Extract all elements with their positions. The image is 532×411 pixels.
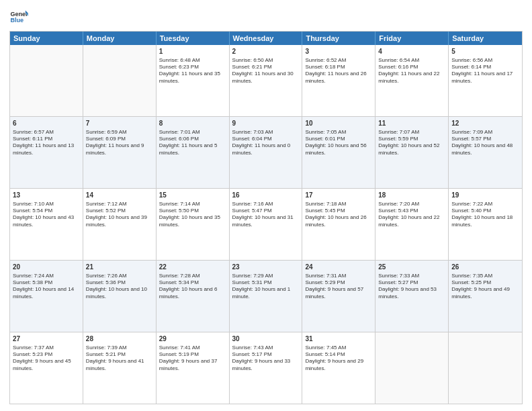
day-number: 8 bbox=[159, 119, 226, 128]
day-info: Sunrise: 6:52 AMSunset: 6:18 PMDaylight:… bbox=[305, 57, 372, 85]
calendar-body: 1Sunrise: 6:48 AMSunset: 6:23 PMDaylight… bbox=[10, 45, 522, 404]
day-number: 29 bbox=[159, 334, 226, 344]
day-cell-1: 1Sunrise: 6:48 AMSunset: 6:23 PMDaylight… bbox=[157, 45, 230, 116]
day-cell-12: 12Sunrise: 7:09 AMSunset: 5:57 PMDayligh… bbox=[449, 117, 522, 188]
day-cell-8: 8Sunrise: 7:01 AMSunset: 6:06 PMDaylight… bbox=[157, 117, 230, 188]
day-number: 14 bbox=[86, 191, 153, 200]
day-cell-30: 30Sunrise: 7:43 AMSunset: 5:17 PMDayligh… bbox=[230, 332, 303, 404]
day-number: 28 bbox=[86, 334, 153, 344]
day-info: Sunrise: 7:12 AMSunset: 5:52 PMDaylight:… bbox=[86, 201, 153, 229]
day-cell-6: 6Sunrise: 6:57 AMSunset: 6:11 PMDaylight… bbox=[10, 117, 83, 188]
day-number: 18 bbox=[378, 191, 445, 200]
calendar-row-1: 1Sunrise: 6:48 AMSunset: 6:23 PMDaylight… bbox=[10, 45, 522, 116]
day-number: 16 bbox=[232, 191, 300, 200]
day-cell-2: 2Sunrise: 6:50 AMSunset: 6:21 PMDaylight… bbox=[230, 45, 303, 116]
day-number: 11 bbox=[378, 119, 445, 128]
day-number: 25 bbox=[378, 263, 445, 272]
calendar-row-4: 20Sunrise: 7:24 AMSunset: 5:38 PMDayligh… bbox=[10, 260, 522, 332]
day-number: 13 bbox=[13, 191, 80, 200]
weekday-header-monday: Monday bbox=[83, 32, 157, 45]
day-cell-28: 28Sunrise: 7:39 AMSunset: 5:21 PMDayligh… bbox=[83, 332, 157, 404]
day-cell-27: 27Sunrise: 7:37 AMSunset: 5:23 PMDayligh… bbox=[10, 332, 83, 404]
day-info: Sunrise: 7:39 AMSunset: 5:21 PMDaylight:… bbox=[86, 345, 153, 373]
day-number: 31 bbox=[305, 334, 372, 344]
day-info: Sunrise: 7:35 AMSunset: 5:25 PMDaylight:… bbox=[451, 273, 519, 301]
day-info: Sunrise: 6:54 AMSunset: 6:16 PMDaylight:… bbox=[378, 57, 445, 85]
header: General Blue bbox=[9, 7, 523, 26]
weekday-header-tuesday: Tuesday bbox=[157, 32, 230, 45]
day-info: Sunrise: 7:33 AMSunset: 5:27 PMDaylight:… bbox=[378, 273, 445, 301]
day-info: Sunrise: 7:18 AMSunset: 5:45 PMDaylight:… bbox=[305, 201, 372, 229]
day-info: Sunrise: 6:59 AMSunset: 6:09 PMDaylight:… bbox=[86, 129, 153, 157]
day-cell-7: 7Sunrise: 6:59 AMSunset: 6:09 PMDaylight… bbox=[83, 117, 157, 188]
calendar-header: SundayMondayTuesdayWednesdayThursdayFrid… bbox=[10, 32, 522, 45]
day-info: Sunrise: 7:31 AMSunset: 5:29 PMDaylight:… bbox=[305, 273, 372, 301]
day-number: 19 bbox=[451, 191, 519, 200]
day-cell-13: 13Sunrise: 7:10 AMSunset: 5:54 PMDayligh… bbox=[10, 189, 83, 260]
day-number: 20 bbox=[13, 263, 80, 272]
day-info: Sunrise: 7:01 AMSunset: 6:06 PMDaylight:… bbox=[159, 129, 226, 157]
day-info: Sunrise: 6:50 AMSunset: 6:21 PMDaylight:… bbox=[232, 57, 300, 85]
day-cell-21: 21Sunrise: 7:26 AMSunset: 5:36 PMDayligh… bbox=[83, 261, 157, 332]
day-info: Sunrise: 6:56 AMSunset: 6:14 PMDaylight:… bbox=[451, 57, 519, 85]
day-cell-3: 3Sunrise: 6:52 AMSunset: 6:18 PMDaylight… bbox=[302, 45, 375, 116]
day-cell-16: 16Sunrise: 7:16 AMSunset: 5:47 PMDayligh… bbox=[230, 189, 303, 260]
day-cell-19: 19Sunrise: 7:22 AMSunset: 5:40 PMDayligh… bbox=[449, 189, 522, 260]
logo: General Blue bbox=[9, 7, 28, 26]
day-info: Sunrise: 7:14 AMSunset: 5:50 PMDaylight:… bbox=[159, 201, 226, 229]
svg-text:Blue: Blue bbox=[10, 17, 24, 24]
day-cell-24: 24Sunrise: 7:31 AMSunset: 5:29 PMDayligh… bbox=[302, 261, 375, 332]
day-number: 12 bbox=[451, 119, 519, 128]
day-cell-10: 10Sunrise: 7:05 AMSunset: 6:01 PMDayligh… bbox=[302, 117, 375, 188]
day-number: 4 bbox=[378, 47, 445, 56]
day-info: Sunrise: 7:45 AMSunset: 5:14 PMDaylight:… bbox=[305, 345, 372, 373]
day-cell-26: 26Sunrise: 7:35 AMSunset: 5:25 PMDayligh… bbox=[449, 261, 522, 332]
day-number: 5 bbox=[451, 47, 519, 56]
day-number: 7 bbox=[86, 119, 153, 128]
day-number: 6 bbox=[13, 119, 80, 128]
day-info: Sunrise: 7:22 AMSunset: 5:40 PMDaylight:… bbox=[451, 201, 519, 229]
page: General Blue SundayMondayTuesdayWednesda… bbox=[0, 0, 532, 411]
day-cell-31: 31Sunrise: 7:45 AMSunset: 5:14 PMDayligh… bbox=[302, 332, 375, 404]
day-info: Sunrise: 7:05 AMSunset: 6:01 PMDaylight:… bbox=[305, 129, 372, 157]
empty-cell bbox=[449, 332, 522, 404]
day-cell-14: 14Sunrise: 7:12 AMSunset: 5:52 PMDayligh… bbox=[83, 189, 157, 260]
day-info: Sunrise: 7:20 AMSunset: 5:43 PMDaylight:… bbox=[378, 201, 445, 229]
empty-cell bbox=[375, 332, 449, 404]
weekday-header-sunday: Sunday bbox=[10, 32, 83, 45]
day-info: Sunrise: 7:03 AMSunset: 6:04 PMDaylight:… bbox=[232, 129, 300, 157]
day-cell-9: 9Sunrise: 7:03 AMSunset: 6:04 PMDaylight… bbox=[230, 117, 303, 188]
day-cell-29: 29Sunrise: 7:41 AMSunset: 5:19 PMDayligh… bbox=[157, 332, 230, 404]
day-number: 2 bbox=[232, 47, 300, 56]
empty-cell bbox=[10, 45, 83, 116]
empty-cell bbox=[83, 45, 157, 116]
day-cell-20: 20Sunrise: 7:24 AMSunset: 5:38 PMDayligh… bbox=[10, 261, 83, 332]
day-cell-18: 18Sunrise: 7:20 AMSunset: 5:43 PMDayligh… bbox=[375, 189, 449, 260]
weekday-header-saturday: Saturday bbox=[449, 32, 522, 45]
day-info: Sunrise: 6:48 AMSunset: 6:23 PMDaylight:… bbox=[159, 57, 226, 85]
weekday-header-wednesday: Wednesday bbox=[230, 32, 303, 45]
day-number: 15 bbox=[159, 191, 226, 200]
weekday-header-thursday: Thursday bbox=[302, 32, 375, 45]
day-number: 24 bbox=[305, 263, 372, 272]
day-number: 21 bbox=[86, 263, 153, 272]
day-info: Sunrise: 7:07 AMSunset: 5:59 PMDaylight:… bbox=[378, 129, 445, 157]
day-number: 22 bbox=[159, 263, 226, 272]
day-info: Sunrise: 7:37 AMSunset: 5:23 PMDaylight:… bbox=[13, 345, 80, 373]
day-cell-17: 17Sunrise: 7:18 AMSunset: 5:45 PMDayligh… bbox=[302, 189, 375, 260]
calendar-row-2: 6Sunrise: 6:57 AMSunset: 6:11 PMDaylight… bbox=[10, 116, 522, 188]
day-number: 30 bbox=[232, 334, 300, 344]
day-cell-15: 15Sunrise: 7:14 AMSunset: 5:50 PMDayligh… bbox=[157, 189, 230, 260]
day-info: Sunrise: 7:29 AMSunset: 5:31 PMDaylight:… bbox=[232, 273, 300, 301]
day-cell-4: 4Sunrise: 6:54 AMSunset: 6:16 PMDaylight… bbox=[375, 45, 449, 116]
day-info: Sunrise: 7:28 AMSunset: 5:34 PMDaylight:… bbox=[159, 273, 226, 301]
calendar-row-5: 27Sunrise: 7:37 AMSunset: 5:23 PMDayligh… bbox=[10, 332, 522, 404]
day-number: 10 bbox=[305, 119, 372, 128]
weekday-header-friday: Friday bbox=[375, 32, 449, 45]
day-info: Sunrise: 7:10 AMSunset: 5:54 PMDaylight:… bbox=[13, 201, 80, 229]
day-info: Sunrise: 7:09 AMSunset: 5:57 PMDaylight:… bbox=[451, 129, 519, 157]
day-number: 9 bbox=[232, 119, 300, 128]
day-info: Sunrise: 7:26 AMSunset: 5:36 PMDaylight:… bbox=[86, 273, 153, 301]
day-info: Sunrise: 7:24 AMSunset: 5:38 PMDaylight:… bbox=[13, 273, 80, 301]
calendar-row-3: 13Sunrise: 7:10 AMSunset: 5:54 PMDayligh… bbox=[10, 188, 522, 260]
